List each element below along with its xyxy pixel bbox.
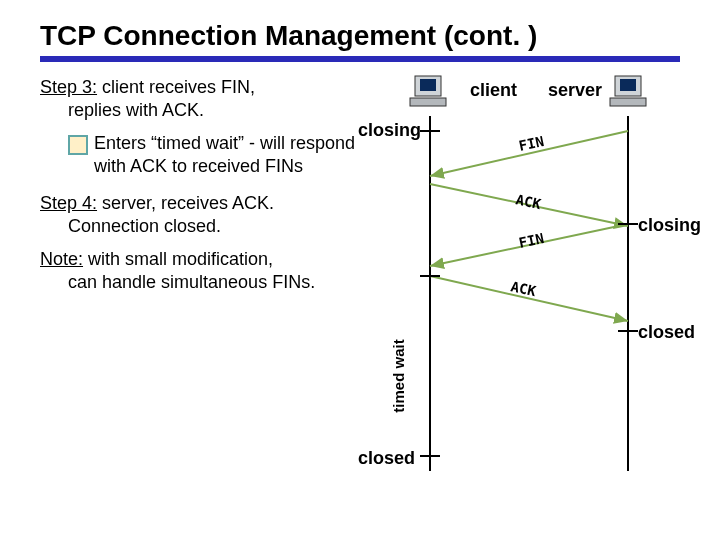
explanation-text: Step 3: client receives FIN, replies wit… [40,76,370,490]
state-client-closed: closed [358,448,415,468]
server-icon [610,76,646,106]
state-server-closed: closed [638,322,695,342]
state-server-closing: closing [638,215,701,235]
note-text2: can handle simultaneous FINs. [40,272,315,292]
note-text1: with small modification, [83,249,273,269]
title-underline [40,56,680,62]
note-label: Note: [40,249,83,269]
step3-label: Step 3: [40,77,97,97]
sequence-diagram: client server FIN closing ACK FIN [370,76,690,486]
step4-label: Step 4: [40,193,97,213]
timed-wait-label: timed wait [390,339,407,412]
step3-text1: client receives FIN, [97,77,255,97]
svg-rect-5 [610,98,646,106]
bullet-icon [68,135,88,155]
svg-rect-1 [420,79,436,91]
msg-ack2: ACK [509,278,538,299]
step3-text2: replies with ACK. [40,100,204,120]
msg-ack1: ACK [514,191,543,212]
step4-text2: Connection closed. [40,216,221,236]
server-label: server [548,80,602,100]
state-client-closing: closing [358,120,421,140]
client-icon [410,76,446,106]
svg-rect-2 [410,98,446,106]
svg-rect-4 [620,79,636,91]
step4-text1: server, receives ACK. [97,193,274,213]
client-label: client [470,80,517,100]
step3-bullet: Enters “timed wait” - will respond with … [94,132,370,178]
slide-title: TCP Connection Management (cont. ) [40,20,690,52]
msg-fin2: FIN [517,230,545,251]
